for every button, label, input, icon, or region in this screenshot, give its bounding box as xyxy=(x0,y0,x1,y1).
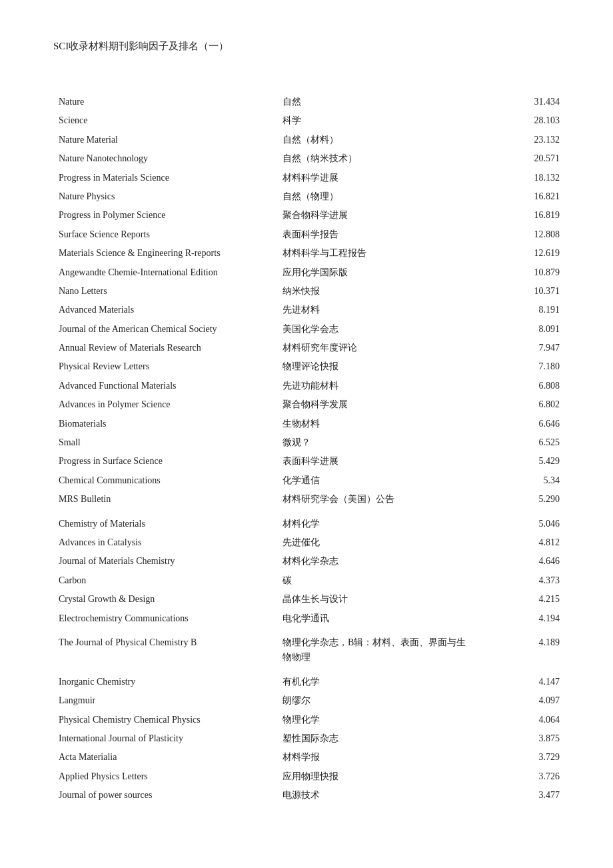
journal-name-en: Journal of Materials Chemistry xyxy=(53,552,277,571)
impact-factor: 4.812 xyxy=(480,533,560,552)
table-row: Science科学28.103 xyxy=(53,111,560,130)
impact-factor: 5.046 xyxy=(480,515,560,533)
impact-factor: 6.802 xyxy=(480,395,560,414)
table-row: Physical Chemistry Chemical Physics物理化学4… xyxy=(53,711,560,729)
journal-name-en: Advances in Catalysis xyxy=(53,533,277,552)
journal-name-en: Chemical Communications xyxy=(53,471,277,490)
journal-name-en: Nature Material xyxy=(53,131,277,149)
journal-name-zh: 应用物理快报 xyxy=(277,767,480,786)
spacer-row xyxy=(53,628,560,633)
journal-name-zh: 电源技术 xyxy=(277,786,480,805)
impact-factor: 3.726 xyxy=(480,767,560,786)
impact-factor: 3.477 xyxy=(480,786,560,805)
table-row: Chemistry of Materials材料化学5.046 xyxy=(53,515,560,533)
journal-name-zh: 材料研究年度评论 xyxy=(277,339,480,357)
table-row: Advances in Polymer Science聚合物科学发展6.802 xyxy=(53,395,560,414)
journal-name-en: Materials Science & Engineering R-report… xyxy=(53,244,277,263)
journal-name-en: Crystal Growth & Design xyxy=(53,590,277,609)
journal-name-zh: 先进功能材料 xyxy=(277,377,480,395)
impact-factor: 6.646 xyxy=(480,415,560,433)
table-row: Biomaterials生物材料6.646 xyxy=(53,415,560,433)
table-row: Materials Science & Engineering R-report… xyxy=(53,244,560,263)
table-row: Advances in Catalysis先进催化4.812 xyxy=(53,533,560,552)
impact-factor: 8.191 xyxy=(480,301,560,319)
journal-name-en: Advanced Materials xyxy=(53,301,277,319)
impact-factor: 7.180 xyxy=(480,357,560,376)
journal-name-en: Progress in Materials Science xyxy=(53,169,277,187)
journal-name-zh: 物理化学 xyxy=(277,711,480,729)
impact-factor: 4.189 xyxy=(480,633,560,667)
journal-name-zh: 科学 xyxy=(277,111,480,130)
journal-name-en: Advanced Functional Materials xyxy=(53,377,277,395)
journal-name-zh: 聚合物科学发展 xyxy=(277,395,480,414)
journal-name-en: The Journal of Physical Chemistry B xyxy=(53,633,277,667)
impact-factor: 4.194 xyxy=(480,609,560,628)
table-row: Electrochemistry Communications电化学通讯4.19… xyxy=(53,609,560,628)
journal-name-en: Applied Physics Letters xyxy=(53,767,277,786)
table-row: Nature Nanotechnology自然（纳米技术）20.571 xyxy=(53,149,560,168)
journal-name-en: Langmuir xyxy=(53,691,277,710)
table-row: Annual Review of Materials Research材料研究年… xyxy=(53,339,560,357)
journal-name-zh: 物理化学杂志，B辑：材料、表面、界面与生物物理 xyxy=(277,633,480,667)
journal-name-zh: 自然 xyxy=(277,93,480,111)
journal-name-zh: 自然（物理） xyxy=(277,187,480,206)
journal-name-en: Journal of the American Chemical Society xyxy=(53,320,277,339)
table-row: Angewandte Chemie-International Edition应… xyxy=(53,263,560,282)
table-row: Inorganic Chemistry有机化学4.147 xyxy=(53,673,560,691)
journal-name-en: Surface Science Reports xyxy=(53,225,277,244)
journal-name-en: Carbon xyxy=(53,571,277,590)
journal-name-zh: 表面科学进展 xyxy=(277,452,480,471)
table-row: Nano Letters纳米快报10.371 xyxy=(53,282,560,301)
journal-name-en: Science xyxy=(53,111,277,130)
impact-factor: 3.875 xyxy=(480,729,560,748)
impact-factor: 5.34 xyxy=(480,471,560,490)
journal-name-zh: 自然（材料） xyxy=(277,131,480,149)
impact-factor: 16.819 xyxy=(480,206,560,225)
table-row: MRS Bulletin材料研究学会（美国）公告5.290 xyxy=(53,490,560,509)
impact-factor: 4.097 xyxy=(480,691,560,710)
journal-name-en: Biomaterials xyxy=(53,415,277,433)
journal-name-zh: 材料科学进展 xyxy=(277,169,480,187)
journal-name-zh: 先进材料 xyxy=(277,301,480,319)
impact-factor: 4.646 xyxy=(480,552,560,571)
impact-factor: 5.290 xyxy=(480,490,560,509)
impact-factor: 16.821 xyxy=(480,187,560,206)
impact-factor: 4.147 xyxy=(480,673,560,691)
table-row: Nature Physics自然（物理）16.821 xyxy=(53,187,560,206)
impact-factor: 7.947 xyxy=(480,339,560,357)
journal-name-en: Acta Materialia xyxy=(53,748,277,767)
journal-name-zh: 碳 xyxy=(277,571,480,590)
journal-name-en: Angewandte Chemie-International Edition xyxy=(53,263,277,282)
impact-factor: 10.371 xyxy=(480,282,560,301)
table-row: Applied Physics Letters应用物理快报3.726 xyxy=(53,767,560,786)
journal-name-en: Annual Review of Materials Research xyxy=(53,339,277,357)
table-row: Journal of the American Chemical Society… xyxy=(53,320,560,339)
impact-factor: 20.571 xyxy=(480,149,560,168)
table-row: Nature Material自然（材料）23.132 xyxy=(53,131,560,149)
impact-factor: 18.132 xyxy=(480,169,560,187)
journal-name-zh: 塑性国际杂志 xyxy=(277,729,480,748)
impact-factor: 4.373 xyxy=(480,571,560,590)
table-row: Crystal Growth & Design晶体生长与设计4.215 xyxy=(53,590,560,609)
journal-name-zh: 电化学通讯 xyxy=(277,609,480,628)
impact-factor: 3.729 xyxy=(480,748,560,767)
journal-name-en: MRS Bulletin xyxy=(53,490,277,509)
table-row: Advanced Functional Materials先进功能材料6.808 xyxy=(53,377,560,395)
impact-factor: 6.525 xyxy=(480,433,560,452)
journal-name-zh: 微观？ xyxy=(277,433,480,452)
journal-name-en: Small xyxy=(53,433,277,452)
journal-name-zh: 有机化学 xyxy=(277,673,480,691)
impact-factor: 8.091 xyxy=(480,320,560,339)
journal-name-en: Physical Review Letters xyxy=(53,357,277,376)
journal-name-en: Physical Chemistry Chemical Physics xyxy=(53,711,277,729)
journal-name-zh: 表面科学报告 xyxy=(277,225,480,244)
journal-name-zh: 材料化学杂志 xyxy=(277,552,480,571)
spacer-row xyxy=(53,667,560,673)
impact-factor: 23.132 xyxy=(480,131,560,149)
journal-name-en: Nature xyxy=(53,93,277,111)
journal-name-zh: 材料学报 xyxy=(277,748,480,767)
impact-factor: 10.879 xyxy=(480,263,560,282)
journal-name-en: International Journal of Plasticity xyxy=(53,729,277,748)
journal-name-en: Nano Letters xyxy=(53,282,277,301)
journal-name-en: Nature Nanotechnology xyxy=(53,149,277,168)
